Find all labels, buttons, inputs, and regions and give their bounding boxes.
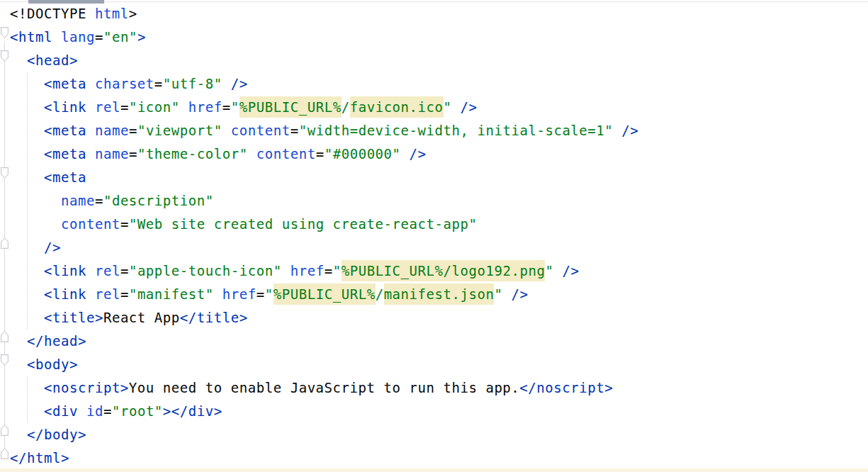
code-line[interactable]: <meta name="viewport" content="width=dev… (10, 119, 638, 142)
code-line[interactable]: name="description" (10, 189, 638, 213)
code-token (10, 99, 44, 115)
code-token (248, 146, 257, 162)
code-token (180, 99, 188, 115)
code-token (10, 427, 27, 442)
code-token (214, 286, 222, 302)
code-line[interactable]: <meta (10, 166, 638, 189)
code-token (613, 123, 621, 138)
code-token: rel (95, 99, 120, 115)
bottom-strip (0, 468, 868, 472)
code-token: "utf-8" (163, 76, 222, 91)
code-token (553, 263, 562, 279)
template-var-highlight: manifest.json (384, 283, 495, 305)
code-line[interactable]: <link rel="apple-touch-icon" href="%PUBL… (10, 259, 638, 283)
code-token (10, 216, 61, 232)
code-line[interactable]: content="Web site created using create-r… (10, 213, 638, 236)
code-token: = (325, 263, 333, 279)
code-line[interactable]: <meta name="theme-color" content="#00000… (10, 142, 638, 166)
code-token: href (222, 286, 257, 302)
code-token: <meta (44, 76, 86, 91)
code-token (86, 99, 95, 115)
code-token: <link (44, 286, 86, 302)
code-line[interactable]: <div id="root"></div> (10, 400, 638, 423)
code-line[interactable]: <html lang="en"> (10, 26, 638, 49)
code-token (10, 380, 44, 395)
code-line[interactable]: </html> (10, 446, 638, 470)
code-token: name (95, 123, 129, 138)
code-token: " (545, 263, 553, 279)
code-token: / (376, 286, 384, 302)
code-token: html (95, 6, 129, 21)
code-token: " (494, 286, 502, 302)
code-token: / (342, 99, 350, 115)
code-editor[interactable]: <!DOCTYPE html><html lang="en"> <head> <… (0, 0, 868, 472)
code-token: = (129, 146, 137, 162)
code-token: = (103, 403, 112, 419)
code-token (10, 403, 44, 419)
code-token (10, 193, 61, 208)
code-token: /> (562, 263, 579, 279)
code-token (222, 123, 231, 138)
code-token: content (231, 123, 291, 138)
code-token: /> (231, 76, 248, 91)
code-token: </div> (171, 403, 222, 419)
code-token: content (257, 146, 316, 162)
code-token (10, 52, 27, 68)
template-var-highlight: %PUBLIC_URL% (239, 96, 342, 118)
code-token: = (120, 216, 129, 232)
code-token (86, 76, 95, 91)
code-lines[interactable]: <!DOCTYPE html><html lang="en"> <head> <… (0, 2, 638, 470)
code-token (10, 169, 44, 185)
code-token: <meta (44, 123, 86, 138)
code-token: = (120, 286, 129, 302)
code-token: /> (44, 240, 61, 255)
code-token: "theme-color" (137, 146, 248, 162)
code-token: </head> (27, 333, 86, 349)
code-token (10, 240, 44, 255)
code-token: "description" (103, 193, 214, 208)
code-token (10, 146, 44, 162)
code-token (10, 263, 44, 279)
code-line[interactable]: <head> (10, 49, 638, 72)
code-token: = (222, 99, 231, 115)
code-token: </body> (27, 427, 86, 442)
code-token: "en" (103, 29, 137, 45)
code-line[interactable]: </head> (10, 330, 638, 353)
code-token (52, 29, 61, 45)
code-line[interactable]: <noscript>You need to enable JavaScript … (10, 376, 638, 400)
code-token: "apple-touch-icon" (129, 263, 282, 279)
code-line[interactable]: </body> (10, 423, 638, 446)
code-token: charset (95, 76, 154, 91)
code-line[interactable]: <link rel="manifest" href="%PUBLIC_URL%/… (10, 283, 638, 306)
code-token (86, 263, 95, 279)
code-token: /> (461, 99, 478, 115)
code-token: "width=device-width, initial-scale=1" (299, 123, 614, 138)
code-token: <html (10, 29, 52, 45)
code-token (401, 146, 410, 162)
code-token: > (137, 29, 146, 45)
code-token: /> (410, 146, 427, 162)
code-token: "Web site created using create-react-app… (129, 216, 478, 232)
code-line[interactable]: <body> (10, 353, 638, 376)
code-token (10, 286, 44, 302)
code-line[interactable]: <meta charset="utf-8" /> (10, 72, 638, 96)
code-token: = (257, 286, 265, 302)
code-token: id (86, 403, 103, 419)
template-var-highlight: %PUBLIC_URL% (274, 283, 376, 305)
code-line[interactable]: <title>React App</title> (10, 306, 638, 330)
code-line[interactable]: /> (10, 236, 638, 259)
code-token: = (120, 263, 129, 279)
code-token (222, 76, 231, 91)
code-token: <link (44, 99, 86, 115)
code-token: > (163, 403, 171, 419)
code-token: "root" (112, 403, 163, 419)
code-token: > (129, 6, 137, 21)
code-token: = (95, 193, 103, 208)
code-token (10, 76, 44, 91)
code-token: /> (511, 286, 528, 302)
code-line[interactable]: <!DOCTYPE html> (10, 2, 638, 26)
code-token: " (231, 99, 239, 115)
code-line[interactable]: <link rel="icon" href="%PUBLIC_URL%/favi… (10, 96, 638, 119)
code-token: = (129, 123, 137, 138)
code-token: " (444, 99, 452, 115)
